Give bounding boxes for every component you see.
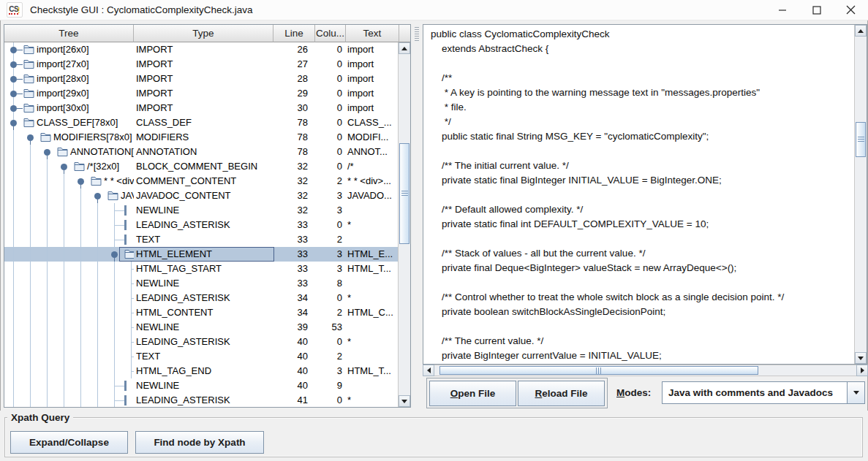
table-row[interactable]: JAVADOC_CONTENTJAVADOC_CONTENT323JAVADO.… — [4, 188, 398, 203]
column-cell: 0 — [315, 42, 346, 57]
expand-handle[interactable] — [10, 47, 17, 53]
table-row[interactable]: * * <div>...COMMENT_CONTENT322* * <div>.… — [4, 174, 398, 188]
tree-guide-line — [80, 262, 81, 276]
scroll-left-button[interactable] — [423, 365, 434, 376]
expand-handle[interactable] — [27, 134, 34, 141]
tree-cell — [4, 305, 134, 320]
type-cell: CLASS_DEF — [134, 115, 273, 130]
type-cell: HTML_TAG_START — [134, 262, 273, 276]
type-cell: ANNOTATION — [134, 145, 273, 159]
title-bar: CS! Checkstyle GUI : CyclomaticComplexit… — [0, 0, 868, 20]
table-row[interactable]: LEADING_ASTERISK340* — [4, 291, 398, 305]
column-header-type[interactable]: Type — [134, 25, 273, 42]
table-row[interactable]: NEWLINE409 — [4, 378, 398, 393]
handle-stem — [17, 64, 23, 65]
expand-handle[interactable] — [78, 178, 84, 185]
column-header-column[interactable]: Colu... — [315, 25, 346, 42]
scroll-up-button[interactable] — [399, 42, 410, 54]
tree-cell — [4, 393, 134, 407]
expand-handle[interactable] — [94, 193, 101, 199]
scroll-thumb[interactable] — [399, 143, 410, 244]
close-button[interactable] — [834, 0, 868, 20]
line-cell: 40 — [273, 349, 315, 364]
tree-guide-line — [13, 364, 14, 378]
scroll-thumb[interactable] — [856, 122, 866, 157]
column-cell: 0 — [315, 57, 346, 72]
expand-handle[interactable] — [10, 105, 17, 112]
expand-collapse-button[interactable]: Expand/Collapse — [10, 431, 128, 454]
selection-focus-border — [119, 247, 274, 262]
file-controls-row: Open File Reload File Modes: Java with c… — [423, 376, 868, 411]
expand-handle[interactable] — [61, 164, 67, 170]
tree-guide-line — [97, 276, 98, 291]
modes-combobox[interactable]: Java with comments and Javadocs — [662, 381, 865, 404]
column-header-tree[interactable]: Tree — [4, 25, 134, 42]
scroll-up-button[interactable] — [855, 25, 867, 37]
table-row[interactable]: MODIFIERS[78x0]MODIFIERS780MODIFI... — [4, 130, 398, 145]
scroll-right-button[interactable] — [856, 365, 868, 376]
table-row[interactable]: import[28x0]IMPORT280import — [4, 72, 398, 86]
table-row[interactable]: LEADING_ASTERISK410* — [4, 393, 398, 407]
minimize-button[interactable] — [765, 0, 799, 20]
table-row[interactable]: HTML_CONTENT342HTML_C... — [4, 305, 398, 320]
table-row[interactable]: import[30x0]IMPORT300import — [4, 101, 398, 115]
leaf-icon — [124, 220, 127, 230]
tree-guide-line — [30, 159, 31, 174]
table-row[interactable]: CLASS_DEF[78x0]CLASS_DEF780CLASS_... — [4, 115, 398, 130]
table-row[interactable]: import[26x0]IMPORT260import — [4, 42, 398, 57]
tree-guide-line — [30, 174, 31, 188]
table-row[interactable]: import[29x0]IMPORT290import — [4, 86, 398, 101]
leaf-icon — [124, 381, 127, 391]
table-row[interactable]: TEXT332 — [4, 232, 398, 247]
scroll-down-button[interactable] — [855, 352, 867, 364]
column-cell: 0 — [315, 145, 346, 159]
scroll-down-button[interactable] — [399, 395, 410, 407]
expand-handle[interactable] — [10, 61, 17, 68]
expand-handle[interactable] — [44, 149, 50, 156]
tree-node-label: CLASS_DEF[78x0] — [37, 115, 118, 130]
column-header-line[interactable]: Line — [273, 25, 315, 42]
code-horizontal-scrollbar[interactable] — [423, 365, 868, 376]
expand-handle[interactable] — [10, 91, 17, 97]
thumb-grip-icon — [596, 367, 603, 374]
window-controls — [765, 0, 868, 20]
line-cell: 26 — [273, 42, 315, 57]
table-row[interactable]: HTML_ELEMENT333HTML_E... — [4, 247, 398, 262]
source-code-text[interactable]: public class CyclomaticComplexityCheck e… — [423, 25, 854, 364]
expand-handle[interactable] — [10, 76, 17, 83]
tree-guide-line — [13, 218, 14, 232]
table-row[interactable]: LEADING_ASTERISK400* — [4, 335, 398, 349]
line-cell: 33 — [273, 262, 315, 276]
tree-cell — [4, 291, 134, 305]
expand-handle[interactable] — [111, 251, 118, 258]
table-row[interactable]: import[27x0]IMPORT270import — [4, 57, 398, 72]
code-vertical-scrollbar[interactable] — [854, 25, 867, 364]
find-node-by-xpath-button[interactable]: Find node by Xpath — [135, 431, 264, 454]
column-header-text[interactable]: Text — [346, 25, 399, 42]
type-cell: JAVADOC_CONTENT — [134, 188, 273, 203]
folder-icon — [23, 103, 34, 113]
tree-guide-line — [64, 291, 64, 305]
tree-vertical-scrollbar[interactable] — [398, 42, 410, 407]
table-row[interactable]: ANNOTATION[78x0]ANNOTATION780ANNOT... — [4, 145, 398, 159]
reload-file-button[interactable]: Reload File — [518, 381, 605, 406]
combo-dropdown-button[interactable] — [847, 382, 864, 403]
scroll-thumb[interactable] — [439, 366, 758, 375]
tree-guide-line — [47, 232, 48, 247]
tree-guide-line — [47, 218, 48, 232]
open-file-button[interactable]: Open File — [429, 381, 516, 406]
table-row[interactable]: NEWLINE338 — [4, 276, 398, 291]
table-row[interactable]: NEWLINE3953 — [4, 320, 398, 335]
tree-guide-line — [30, 262, 31, 276]
handle-stem — [17, 50, 23, 50]
expand-handle[interactable] — [10, 120, 17, 126]
table-row[interactable]: NEWLINE323 — [4, 203, 398, 218]
table-row[interactable]: /*[32x0]BLOCK_COMMENT_BEGIN320/* — [4, 159, 398, 174]
tree-elbow-line — [131, 371, 134, 372]
table-row[interactable]: HTML_TAG_END403HTML_T... — [4, 364, 398, 378]
table-row[interactable]: LEADING_ASTERISK330* — [4, 218, 398, 232]
table-row[interactable]: HTML_TAG_START333HTML_T... — [4, 262, 398, 276]
split-pane-divider[interactable] — [411, 24, 423, 408]
table-row[interactable]: TEXT402 — [4, 349, 398, 364]
maximize-button[interactable] — [799, 0, 834, 20]
